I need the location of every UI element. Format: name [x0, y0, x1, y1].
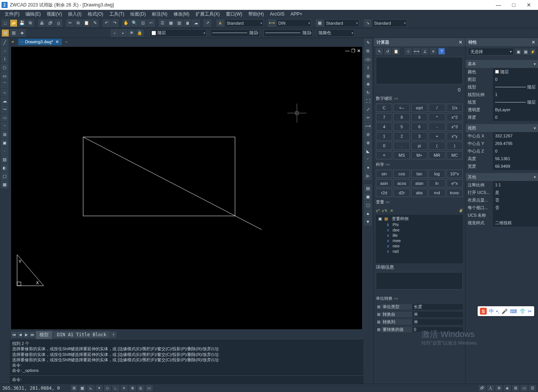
numpad-header[interactable]: 数字键区<<	[374, 94, 465, 103]
calc-paste-icon[interactable]: 📋	[393, 48, 399, 55]
extend-icon[interactable]: ⟶	[364, 122, 372, 130]
prop-row[interactable]: 在原点显...否	[465, 196, 538, 204]
rectangle-icon[interactable]: ▭	[1, 72, 8, 80]
calc-key[interactable]: rnd	[429, 189, 445, 197]
join-icon[interactable]: ⊕	[364, 139, 372, 146]
tab-last-icon[interactable]: ⏭	[30, 332, 35, 338]
var-item[interactable]: xmee	[377, 238, 462, 243]
calc-key[interactable]: asin	[376, 179, 392, 187]
prop-row[interactable]: UCS 名称	[465, 211, 538, 219]
tab-next-icon[interactable]: ▶	[24, 332, 29, 338]
calc-key[interactable]: 3	[411, 132, 428, 140]
layout-tab[interactable]: DIN A1 Title Block	[53, 331, 110, 338]
ime-kbd-icon[interactable]: ⌨	[510, 309, 517, 314]
custom-icon[interactable]: ☰	[529, 385, 536, 391]
hatch-icon[interactable]: ▨	[1, 156, 8, 163]
var-item[interactable]: xille	[377, 233, 462, 238]
open-icon[interactable]: 📂	[10, 19, 17, 27]
prop-section-view[interactable]: 视图▾	[465, 124, 538, 132]
model-tab[interactable]: 模型	[36, 331, 52, 339]
revcloud-icon[interactable]: ☁	[1, 97, 8, 105]
block-icon[interactable]: ▣	[1, 139, 8, 146]
calc-key[interactable]: log	[429, 170, 445, 178]
workspace-icon[interactable]: ⚙	[495, 385, 502, 391]
layer-color-combo[interactable]: 随层▾	[150, 29, 207, 37]
prop-flash-icon[interactable]: ⚡	[530, 49, 536, 55]
send-back-icon[interactable]: ▢	[364, 201, 372, 209]
new-icon[interactable]: □	[2, 19, 9, 27]
offset-icon[interactable]: ⫴	[364, 64, 372, 71]
calc-key[interactable]: C	[376, 104, 392, 112]
osnap-icon[interactable]: ◇	[104, 385, 111, 391]
properties-icon[interactable]: ☰	[159, 19, 166, 27]
tab-first-icon[interactable]: ⏮	[11, 332, 17, 338]
drawing-canvas[interactable]: — ❐ ✕ Y X	[11, 46, 363, 330]
prop-row[interactable]: 注释比例1:1	[465, 181, 538, 189]
text-style-combo[interactable]: Standard▾	[225, 19, 263, 27]
linetype-combo[interactable]: 随层▾	[210, 29, 260, 37]
break-icon[interactable]: ⊘	[364, 131, 372, 138]
mleader-style-combo[interactable]: Standard▾	[372, 19, 407, 27]
trim-icon[interactable]: ✂	[364, 114, 372, 121]
calc-getangle-icon[interactable]: ∠	[421, 48, 428, 55]
dim-style-combo[interactable]: DIN▾	[276, 19, 311, 27]
preview-icon[interactable]: 🗗	[46, 19, 54, 27]
calc-key[interactable]: 9	[411, 113, 428, 121]
lwt-icon[interactable]: ≡	[121, 385, 128, 391]
prop-section-other[interactable]: 其他▾	[465, 173, 538, 181]
layer-walk-icon[interactable]: ◈	[18, 29, 26, 37]
arrow-icon[interactable]: ↗	[204, 19, 211, 27]
spline-icon[interactable]: 〜	[1, 105, 8, 113]
prop-pick-icon[interactable]: ▣	[515, 49, 521, 55]
ime-punct-icon[interactable]: •,	[496, 309, 499, 314]
rotate-icon[interactable]: ↻	[364, 89, 372, 96]
calc-key[interactable]: 2	[393, 132, 410, 140]
calc-key[interactable]: x^y	[446, 132, 463, 140]
layer-lock-icon[interactable]: 🔒	[136, 29, 144, 37]
prop-row[interactable]: 中心点 X332.1267	[465, 132, 538, 140]
prop-section-basic[interactable]: 基本▾	[465, 60, 538, 68]
pan-icon[interactable]: ✋	[122, 19, 130, 27]
calc-key[interactable]: MR	[429, 151, 445, 159]
calc-key[interactable]: cos	[393, 170, 410, 178]
menu-item[interactable]: 插入(I)	[65, 11, 84, 17]
tool-palette-icon[interactable]: ▥	[175, 19, 183, 27]
calc-key[interactable]: sqrt	[411, 104, 428, 112]
calc-key[interactable]: 5	[393, 123, 410, 131]
calc-key[interactable]: (	[429, 142, 445, 150]
command-input[interactable]	[22, 377, 361, 383]
arc-icon[interactable]: ⌒	[1, 80, 8, 88]
table-icon[interactable]: ▦	[1, 181, 8, 188]
polygon-icon[interactable]: ⬠	[1, 64, 8, 71]
ime-mode[interactable]: 中	[489, 308, 494, 315]
prop-row[interactable]: 线宽随层	[465, 98, 538, 106]
zoom-window-icon[interactable]: ⊡	[139, 19, 147, 27]
zoom-icon[interactable]: 🔍	[131, 19, 138, 27]
var-tree[interactable]: ▣ 变量样例kPhixdeexillexmeexneexrad	[376, 215, 463, 263]
calc-key[interactable]: /	[429, 104, 445, 112]
menu-item[interactable]: 绘图(D)	[127, 11, 149, 17]
menu-item[interactable]: ArcGIS	[267, 11, 288, 17]
menu-item[interactable]: 格式(O)	[85, 11, 106, 17]
calc-key[interactable]: )	[446, 142, 463, 150]
calc-getdist-icon[interactable]: ⟷	[413, 48, 420, 55]
stretch-icon[interactable]: ⤢	[364, 105, 372, 113]
calculator-display[interactable]	[376, 57, 463, 84]
layer-manager-icon[interactable]: ▤	[2, 29, 9, 37]
region-icon[interactable]: ▢	[1, 172, 8, 180]
cloud-icon[interactable]: ☁	[192, 19, 200, 27]
prop-quick-icon[interactable]: ▦	[522, 49, 529, 55]
plot-color-combo[interactable]: 随颜色▾	[317, 29, 355, 37]
bring-front-icon[interactable]: ▣	[364, 193, 372, 200]
calc-key[interactable]: acos	[393, 179, 410, 187]
properties-close-icon[interactable]: ×	[532, 39, 535, 45]
var-item[interactable]: kPhi	[377, 222, 462, 227]
grid-icon[interactable]: ▦	[79, 385, 86, 391]
menu-item[interactable]: 帮助(H)	[245, 11, 267, 17]
close-tab-icon[interactable]: ✕	[55, 39, 59, 44]
prop-row[interactable]: 透明度ByLayer	[465, 106, 538, 113]
calc-key[interactable]: 7	[376, 113, 392, 121]
calc-key[interactable]: 1	[376, 132, 392, 140]
draworder-icon[interactable]: ▤	[364, 184, 372, 192]
gradient-icon[interactable]: ◐	[1, 164, 8, 172]
